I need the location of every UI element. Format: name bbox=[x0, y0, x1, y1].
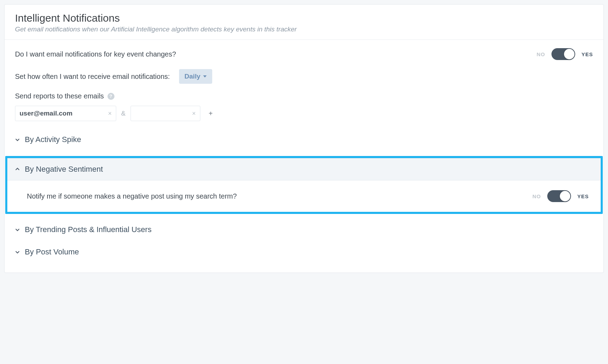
chevron-down-icon bbox=[15, 227, 20, 232]
ampersand-separator: & bbox=[121, 110, 126, 117]
frequency-label: Set how often I want to receive email no… bbox=[15, 73, 170, 81]
accordion-header-activity-spike[interactable]: By Activity Spike bbox=[15, 134, 593, 146]
page-subtitle: Get email notifications when our Artific… bbox=[15, 25, 593, 33]
accordion-header-trending[interactable]: By Trending Posts & Influential Users bbox=[15, 224, 593, 236]
accordion-title: By Activity Spike bbox=[25, 135, 81, 144]
toggle-no-label: NO bbox=[536, 51, 545, 57]
emails-section: Send reports to these emails ? × & × + bbox=[15, 92, 593, 121]
email-input-2[interactable]: × bbox=[131, 106, 200, 121]
accordion-title: By Negative Sentiment bbox=[25, 165, 103, 174]
clear-icon[interactable]: × bbox=[189, 110, 196, 117]
negative-sentiment-content: Notify me if someone makes a negative po… bbox=[7, 180, 601, 212]
notifications-panel: Intelligent Notifications Get email noti… bbox=[4, 4, 604, 273]
accordion-header-negative-sentiment[interactable]: By Negative Sentiment bbox=[7, 158, 601, 180]
accordion-header-post-volume[interactable]: By Post Volume bbox=[15, 246, 593, 258]
negative-sentiment-toggle[interactable] bbox=[547, 190, 571, 202]
enable-notifications-toggle-group: NO YES bbox=[536, 48, 593, 60]
frequency-value: Daily bbox=[185, 73, 200, 80]
emails-label-row: Send reports to these emails ? bbox=[15, 92, 593, 100]
emails-inputs: × & × + bbox=[15, 106, 593, 121]
panel-header: Intelligent Notifications Get email noti… bbox=[5, 5, 603, 40]
toggle-no-label: NO bbox=[532, 193, 541, 199]
chevron-down-icon bbox=[15, 137, 20, 142]
panel-body: Do I want email notifications for key ev… bbox=[5, 40, 603, 273]
add-email-button[interactable]: + bbox=[205, 107, 216, 120]
enable-notifications-row: Do I want email notifications for key ev… bbox=[15, 48, 593, 60]
toggle-yes-label: YES bbox=[581, 51, 593, 57]
enable-notifications-toggle[interactable] bbox=[551, 48, 575, 60]
emails-label: Send reports to these emails bbox=[15, 92, 104, 100]
toggle-yes-label: YES bbox=[577, 193, 589, 199]
email-input-1[interactable]: × bbox=[15, 106, 116, 121]
clear-icon[interactable]: × bbox=[105, 110, 112, 117]
email-field-2[interactable] bbox=[135, 110, 189, 117]
help-icon[interactable]: ? bbox=[107, 93, 114, 100]
accordion-activity-spike: By Activity Spike bbox=[15, 134, 593, 146]
accordion-title: By Post Volume bbox=[25, 247, 79, 257]
negative-sentiment-label: Notify me if someone makes a negative po… bbox=[27, 192, 237, 200]
accordion-title: By Trending Posts & Influential Users bbox=[25, 225, 151, 234]
accordion-trending: By Trending Posts & Influential Users bbox=[15, 224, 593, 236]
caret-down-icon bbox=[203, 75, 207, 77]
frequency-dropdown[interactable]: Daily bbox=[179, 69, 212, 84]
frequency-row: Set how often I want to receive email no… bbox=[15, 69, 593, 84]
enable-notifications-label: Do I want email notifications for key ev… bbox=[15, 50, 176, 58]
negative-sentiment-toggle-group: NO YES bbox=[532, 190, 589, 202]
accordion-post-volume: By Post Volume bbox=[15, 246, 593, 258]
email-field-1[interactable] bbox=[20, 110, 105, 117]
chevron-up-icon bbox=[15, 167, 20, 172]
page-title: Intelligent Notifications bbox=[15, 12, 593, 24]
accordion-negative-sentiment: By Negative Sentiment Notify me if someo… bbox=[5, 156, 603, 214]
chevron-down-icon bbox=[15, 250, 20, 254]
